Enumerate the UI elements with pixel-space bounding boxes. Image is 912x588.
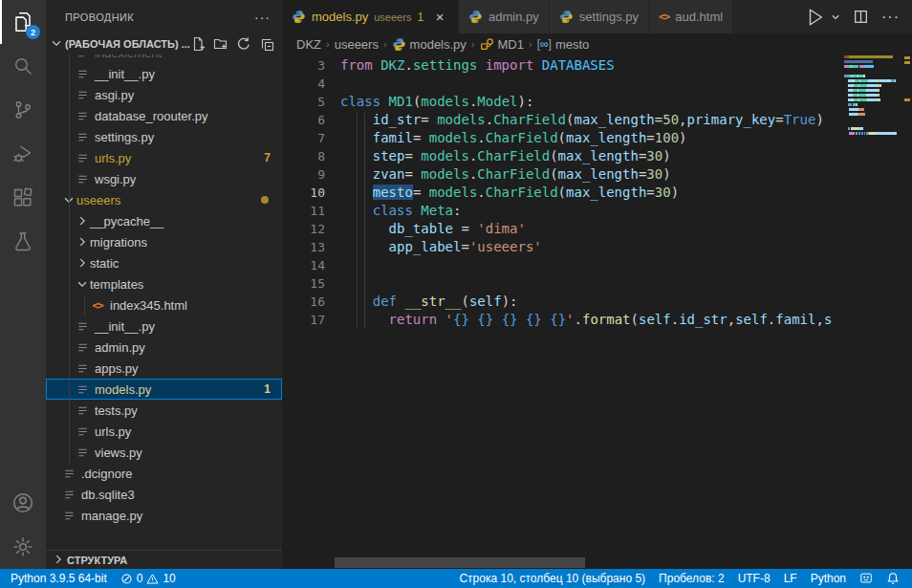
tree-item-wsgi.py[interactable]: wsgi.py: [46, 168, 282, 189]
code-line-8[interactable]: 8 step= models.CharField(max_length=30): [282, 147, 841, 165]
tree-item-index345.html[interactable]: <>index345.html: [46, 294, 282, 316]
status-python-interpreter[interactable]: Python 3.9.5 64-bit: [4, 569, 114, 588]
code-line-17[interactable]: 17 return '{} {} {} {} {}'.format(self.i…: [282, 311, 841, 329]
code-line-12[interactable]: 12 db_table = 'dima': [282, 220, 841, 238]
run-button[interactable]: [805, 7, 840, 28]
code-editor[interactable]: 3from DKZ.settings import DATABASES45cla…: [282, 54, 912, 569]
py-file-icon: [75, 171, 90, 186]
more-actions-icon[interactable]: ···: [254, 10, 271, 25]
line-number: 11: [282, 202, 325, 220]
code-line-16[interactable]: 16 def __str__(self):: [282, 293, 841, 311]
code-line-14[interactable]: 14: [282, 256, 841, 274]
tree-folder-templates[interactable]: templates: [46, 273, 282, 294]
code-line-11[interactable]: 11 class Meta:: [282, 202, 841, 220]
new-file-icon[interactable]: [190, 36, 206, 52]
close-icon[interactable]: ×: [431, 9, 448, 26]
tree-item-asgi.py[interactable]: asgi.py: [46, 84, 282, 105]
code-line-10[interactable]: 10 mesto= models.CharField(max_length=30…: [282, 184, 841, 202]
tab-admin.py[interactable]: admin.py: [459, 0, 550, 33]
activity-search[interactable]: [0, 44, 46, 88]
tree-item-manage.py[interactable]: manage.py: [46, 505, 282, 526]
tree-item-__init__.py[interactable]: __init__.py: [46, 316, 282, 337]
tree-item-tests.py[interactable]: tests.py: [46, 400, 282, 421]
breadcrumb-mesto[interactable]: [∞]mesto: [537, 37, 590, 52]
code-line-7[interactable]: 7 famil= models.CharField(max_length=100…: [282, 129, 841, 147]
refresh-icon[interactable]: [236, 36, 251, 52]
activity-source-control[interactable]: [0, 88, 46, 132]
code-line-6[interactable]: 6 id_str= models.CharField(max_length=50…: [282, 111, 841, 129]
activity-account[interactable]: [0, 481, 46, 525]
problem-count-badge: 1: [264, 382, 271, 396]
breadcrumb-DKZ[interactable]: DKZ: [296, 37, 321, 52]
tree-item-urls.py[interactable]: urls.py: [46, 421, 282, 442]
py-file-icon: [75, 87, 90, 102]
breadcrumb-MD1[interactable]: MD1: [480, 37, 524, 52]
tree-item-label: templates: [90, 277, 143, 292]
tree-folder-useeers[interactable]: useeers: [46, 189, 282, 210]
code-line-5[interactable]: 5class MD1(models.Model):: [282, 93, 841, 111]
tree-item-views.py[interactable]: views.py: [46, 442, 282, 463]
tree-item-models.py[interactable]: models.py1: [46, 379, 282, 400]
tree-folder-__pycache__[interactable]: __pycache__: [46, 210, 282, 231]
tab-models.py[interactable]: models.pyuseeers1×: [282, 0, 459, 33]
line-number: 8: [282, 147, 325, 165]
chevron-down-icon: [50, 36, 63, 52]
tree-item-database_roouter.py[interactable]: database_roouter.py: [46, 105, 282, 126]
tree-item-label: indexlement: [95, 54, 162, 60]
field-symbol-icon: [∞]: [537, 37, 552, 51]
activity-run-and-debug[interactable]: [0, 132, 46, 176]
modified-dot-badge: [261, 196, 269, 204]
code-line-13[interactable]: 13 app_label='useeers': [282, 238, 841, 256]
line-number: 6: [282, 111, 325, 129]
split-editor-button[interactable]: [853, 9, 869, 25]
tree-item-.dcignore[interactable]: .dcignore: [46, 463, 282, 484]
tree-item-urls.py[interactable]: urls.py7: [46, 147, 282, 168]
code-line-4[interactable]: 4: [282, 75, 841, 93]
tab-settings.py[interactable]: settings.py: [550, 0, 649, 33]
tree-item-indexlement[interactable]: indexlement: [46, 54, 282, 63]
activity-extensions[interactable]: [0, 176, 46, 220]
tab-aud.html[interactable]: <>aud.html: [649, 0, 733, 33]
status-cursor-position[interactable]: Строка 10, столбец 10 (выбрано 5): [452, 569, 652, 588]
tree-item-db.sqlite3[interactable]: db.sqlite3: [46, 484, 282, 505]
minimap[interactable]: [841, 54, 903, 569]
breadcrumb-models.py[interactable]: models.py: [392, 37, 467, 52]
tree-item-apps.py[interactable]: apps.py: [46, 358, 282, 379]
activity-explorer[interactable]: 2: [0, 0, 46, 44]
workspace-section-header[interactable]: (РАБОЧАЯ ОБЛАСТЬ) ...: [46, 33, 282, 54]
status-language-mode[interactable]: Python: [804, 569, 853, 588]
more-actions-button[interactable]: ···: [881, 9, 900, 26]
code-line-3[interactable]: 3from DKZ.settings import DATABASES: [282, 56, 841, 75]
sidebar-title: ПРОВОДНИК: [65, 11, 134, 23]
tree-item-__init__.py[interactable]: __init__.py: [46, 63, 282, 84]
py-file-icon: [75, 318, 90, 334]
status-encoding[interactable]: UTF-8: [731, 569, 777, 588]
tree-folder-migrations[interactable]: migrations: [46, 231, 282, 252]
line-number: 5: [282, 93, 325, 111]
code-line-9[interactable]: 9 zvan= models.CharField(max_length=30): [282, 165, 841, 184]
collapse-all-icon[interactable]: [259, 36, 274, 52]
tree-item-label: models.py: [95, 382, 151, 397]
tree-folder-static[interactable]: static: [46, 252, 282, 273]
tab-label: aud.html: [675, 10, 723, 24]
new-folder-icon[interactable]: [213, 36, 228, 52]
line-number: 12: [282, 220, 325, 238]
breadcrumb-separator: ›: [383, 38, 387, 50]
activity-testing[interactable]: [0, 220, 46, 264]
status-eol[interactable]: LF: [777, 569, 804, 588]
tree-item-settings.py[interactable]: settings.py: [46, 126, 282, 147]
tree-item-admin.py[interactable]: admin.py: [46, 337, 282, 358]
chevron-down-icon: [50, 36, 63, 50]
outline-section-header[interactable]: СТРУКТУРА: [46, 550, 282, 569]
breadcrumb-useeers[interactable]: useeers: [335, 37, 379, 52]
account-icon: [11, 490, 35, 515]
status-problems[interactable]: 010: [114, 569, 183, 588]
status-indentation[interactable]: Пробелов: 2: [652, 569, 731, 588]
horizontal-scrollbar[interactable]: [335, 557, 585, 568]
line-content: step= models.CharField(max_length=30): [340, 147, 671, 165]
status-notifications[interactable]: [879, 569, 906, 588]
tree-item-label: __pycache__: [90, 214, 163, 229]
status-feedback[interactable]: [853, 569, 879, 588]
code-line-15[interactable]: 15: [282, 274, 841, 293]
activity-manage[interactable]: [0, 525, 46, 569]
